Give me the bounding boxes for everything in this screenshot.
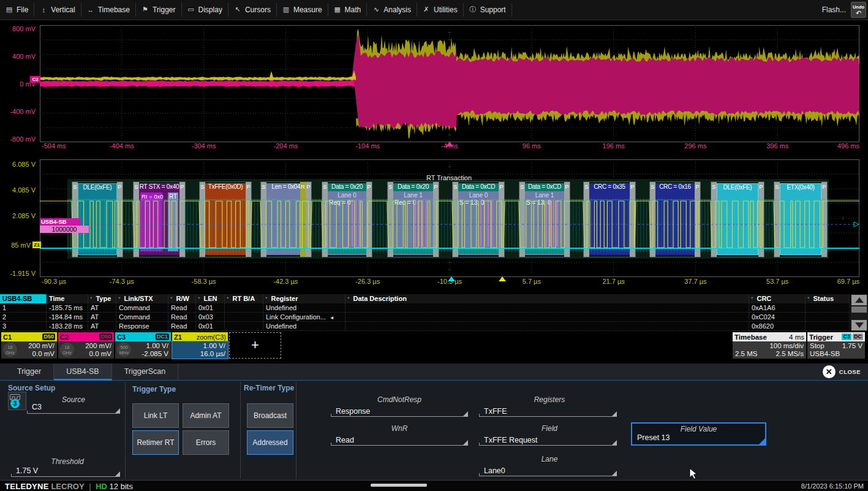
field-value-label: Field Value: [632, 425, 765, 433]
column-filter-icon[interactable]: ▼: [118, 296, 121, 300]
menu-item-timebase[interactable]: ↔Timebase: [81, 3, 136, 17]
table-scrollbar[interactable]: [850, 294, 868, 331]
column-header-register[interactable]: ▼Register: [263, 294, 345, 303]
column-header-link-stx[interactable]: ▼Link/STX: [116, 294, 168, 303]
descriptor-z1[interactable]: Z1zoom(C3)1.00 V/16.0 µs/: [172, 332, 228, 359]
source-channel-button[interactable]: 3: [8, 392, 26, 410]
horizontal-scroll-indicator[interactable]: [371, 484, 427, 487]
decode-table: USB4-SBTime▼Type▼Link/STX▼R/W▼LEN▼RT B/A…: [0, 294, 868, 331]
field-wnr[interactable]: Read: [336, 436, 354, 444]
table-cell: Command: [116, 303, 168, 313]
field-registers[interactable]: TxFFE: [484, 407, 507, 416]
descriptor-c3[interactable]: C3DC1500MHz1.00 V/-2.085 V: [115, 332, 171, 359]
column-filter-icon[interactable]: ▼: [170, 296, 173, 300]
menu-item-math[interactable]: ▦Math: [328, 3, 368, 17]
column-header-len[interactable]: ▼LEN: [196, 294, 225, 303]
button-addressed[interactable]: Addressed: [247, 430, 293, 455]
column-header-r-w[interactable]: ▼R/W: [168, 294, 196, 303]
column-filter-icon[interactable]: ▼: [750, 296, 753, 300]
menu-item-trigger[interactable]: ⚑Trigger: [136, 3, 182, 17]
menu-item-vertical[interactable]: ↕Vertical: [34, 3, 81, 17]
scrollbar-thumb[interactable]: [851, 306, 867, 313]
zoom-trigger-marker-yellow[interactable]: [499, 276, 506, 281]
field-cmdnotresp[interactable]: Response: [336, 407, 370, 416]
field-source[interactable]: C3: [32, 403, 42, 411]
x-axis-label: -104 ms: [355, 142, 380, 150]
descriptor-c1[interactable]: C1D5016GHz200 mV/0.0 mV: [1, 332, 57, 359]
menu-item-cursors[interactable]: ↖Cursors: [228, 3, 277, 17]
waveform-main-plot[interactable]: [40, 25, 859, 142]
flash-label[interactable]: Flash...: [822, 6, 846, 14]
x-axis-label: 96 ms: [523, 142, 541, 150]
menu-item-utilities[interactable]: ✗Utilities: [417, 3, 464, 17]
table-cell: [806, 313, 850, 322]
column-filter-icon[interactable]: ▼: [265, 296, 268, 300]
menu-item-analysis[interactable]: ∿Analysis: [367, 3, 417, 17]
descriptor-c2[interactable]: C2D5016GHz200 mV/0.0 mV: [58, 332, 114, 359]
column-header-status[interactable]: ▼Status: [806, 294, 850, 303]
column-filter-icon[interactable]: ▼: [197, 296, 200, 300]
menu-bar: ▤File↕Vertical↔Timebase⚑Trigger▭Display↖…: [0, 0, 868, 20]
packet-end-flag: P: [433, 182, 439, 257]
column-header-time[interactable]: Time: [47, 294, 88, 303]
file-icon: ▤: [6, 6, 13, 13]
column-header-crc[interactable]: ▼CRC: [749, 294, 806, 303]
trigger-box[interactable]: Trigger C3 DC Stop 1.75 V USB4-SB: [807, 332, 865, 359]
decode-source-label[interactable]: USB4-SB: [40, 218, 80, 226]
packet-start-flag: S: [584, 182, 589, 257]
column-header-rt-b-a[interactable]: ▼RT B/A: [225, 294, 263, 303]
scroll-up-button[interactable]: [851, 295, 867, 305]
undo-button[interactable]: Undo ↶: [851, 2, 866, 18]
button-admin-at[interactable]: Admin AT: [183, 403, 229, 428]
table-row[interactable]: 1-185.75 msATCommandRead0x01Undefined0xA…: [0, 303, 868, 313]
expand-cell-icon[interactable]: ◄: [330, 315, 334, 321]
x-axis-label: -74.3 µs: [110, 278, 134, 285]
packet-start-flag: S: [200, 182, 205, 257]
g2-y-label: 4.085 V: [0, 186, 36, 194]
trigger-position-marker[interactable]: [446, 142, 453, 147]
packet-r-flag: R: [300, 182, 306, 257]
table-corner-header[interactable]: USB4-SB: [0, 294, 47, 303]
c2-channel-marker[interactable]: C2: [30, 76, 40, 83]
z1-marker[interactable]: Z1: [32, 242, 41, 248]
packet-lane-label: Lane 1: [393, 192, 433, 199]
table-row[interactable]: 2-184.84 msATCommandRead0x03Link Configu…: [0, 313, 868, 322]
field-threshold[interactable]: 1.75 V: [16, 466, 38, 475]
column-header-type[interactable]: ▼Type: [88, 294, 116, 303]
field-value-input[interactable]: Field ValuePreset 13: [631, 422, 766, 446]
packet-sub-label: RI = 0x0: [140, 192, 162, 251]
packet-label: DLE(0xFE): [73, 184, 122, 192]
table-cell: Read: [168, 322, 196, 331]
x-axis-label: -304 ms: [192, 142, 216, 150]
decode-packet: SPData = 0xCDLane 0S = 13, 0: [452, 181, 505, 257]
table-row[interactable]: 3-183.28 msATResponseRead0x01Undefined0x…: [0, 322, 868, 331]
column-filter-icon[interactable]: ▼: [89, 296, 92, 300]
button-link-lt[interactable]: Link LT: [132, 403, 179, 428]
button-broadcast[interactable]: Broadcast: [247, 403, 293, 428]
x-axis-label: 496 ms: [837, 142, 859, 150]
field-field[interactable]: TxFFE Request: [484, 436, 538, 444]
g1-y-label: -400 mV: [0, 108, 36, 115]
column-header-data-description[interactable]: ▼Data Description: [345, 294, 749, 303]
menu-item-measure[interactable]: ▥Measure: [277, 3, 328, 17]
column-filter-icon[interactable]: ▼: [347, 296, 350, 300]
zoom-trigger-marker-cyan[interactable]: [448, 276, 455, 281]
button-errors[interactable]: Errors: [183, 430, 229, 455]
menu-item-file[interactable]: ▤File: [0, 3, 34, 17]
scroll-down-button[interactable]: [851, 320, 867, 330]
packet-label: DLE(0xFE): [712, 184, 763, 192]
packet-start-flag: S: [650, 182, 655, 257]
table-cell: -184.84 ms: [47, 313, 88, 322]
table-cell: -185.75 ms: [47, 303, 88, 313]
menu-item-display[interactable]: ▭Display: [182, 3, 228, 17]
column-filter-icon[interactable]: ▼: [226, 296, 229, 300]
table-cell: Command: [116, 313, 168, 322]
add-trace-button[interactable]: +: [229, 332, 281, 359]
timebase-box[interactable]: Timebase4 ms 100 ms/div 2.5 MS 2.5 MS/s: [733, 332, 806, 359]
table-cell: 3: [0, 322, 47, 331]
status-bar: TELEDYNE LECROY | HD 12 bits 8/1/2023 6:…: [0, 480, 868, 491]
button-retimer-rt[interactable]: Retimer RT: [132, 430, 179, 455]
column-filter-icon[interactable]: ▼: [807, 296, 810, 300]
menu-item-support[interactable]: ⓘSupport: [464, 3, 512, 17]
field-lane[interactable]: Lane0: [484, 466, 505, 475]
